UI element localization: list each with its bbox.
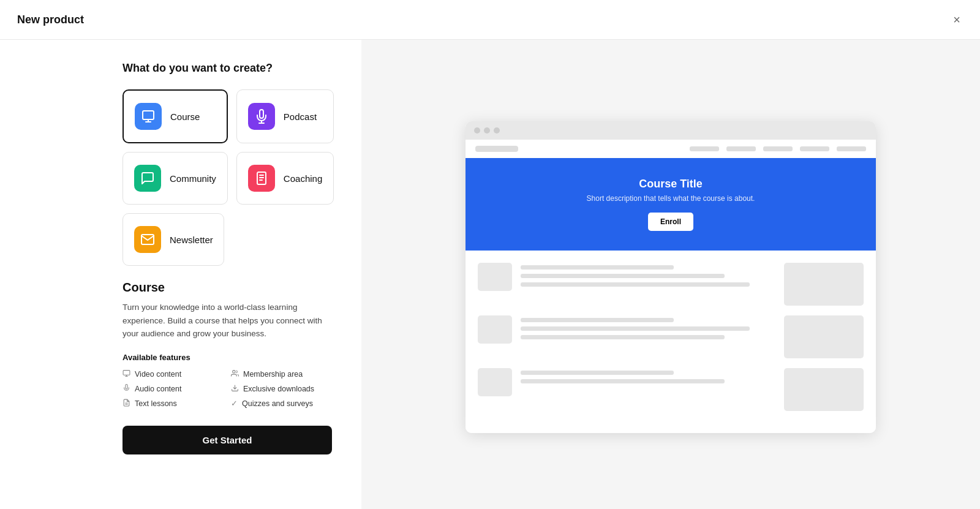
text-lessons-label: Text lessons [135, 399, 177, 408]
text-lessons-icon [123, 399, 130, 409]
newsletter-label: Newsletter [170, 235, 213, 245]
left-panel: What do you want to create? Course [0, 40, 361, 509]
browser-nav [466, 140, 876, 158]
content-row-3 [478, 368, 864, 411]
content-line [521, 282, 750, 287]
downloads-icon [231, 384, 239, 394]
browser-chrome [466, 121, 876, 140]
svg-rect-9 [123, 370, 130, 375]
hero-title: Course Title [480, 178, 861, 190]
community-icon [140, 171, 155, 186]
browser-dot-3 [494, 127, 500, 134]
content-row-2 [478, 315, 864, 358]
quizzes-icon: ✓ [231, 399, 238, 408]
podcast-icon [254, 109, 269, 124]
content-lines-1 [521, 263, 775, 291]
nav-link-1 [690, 146, 719, 151]
content-section [466, 251, 876, 433]
nav-link-5 [837, 146, 866, 151]
course-label: Course [170, 111, 200, 122]
hero-desc: Short description that tells what the co… [480, 194, 861, 203]
downloads-label: Exclusive downloads [243, 385, 314, 393]
nav-links [528, 146, 866, 151]
coaching-label: Coaching [284, 173, 322, 184]
content-line [521, 335, 725, 339]
product-grid: Course Podcast [123, 89, 332, 266]
svg-rect-0 [143, 111, 154, 119]
content-line [521, 318, 674, 322]
coaching-icon [254, 171, 269, 186]
video-content-label: Video content [135, 370, 181, 379]
nav-link-2 [726, 146, 756, 151]
product-card-podcast[interactable]: Podcast [236, 89, 334, 143]
content-card-3 [784, 368, 864, 411]
page-title: New product [17, 13, 84, 26]
content-line [521, 379, 725, 383]
quizzes-label: Quizzes and surveys [242, 399, 313, 408]
feature-quizzes: ✓ Quizzes and surveys [231, 399, 332, 409]
content-thumb-2 [478, 315, 512, 344]
feature-audio: Audio content [123, 384, 224, 394]
features-grid: Video content Membership area [123, 369, 332, 409]
content-lines-2 [521, 315, 775, 344]
browser-mockup: Course Title Short description that tell… [466, 121, 876, 433]
browser-dot-1 [474, 127, 480, 134]
community-label: Community [170, 173, 216, 184]
feature-video: Video content [123, 369, 224, 379]
hero-section: Course Title Short description that tell… [466, 158, 876, 251]
community-icon-box [134, 165, 161, 192]
audio-content-label: Audio content [135, 385, 181, 393]
nav-link-4 [800, 146, 829, 151]
hero-enroll-button[interactable]: Enroll [648, 213, 693, 231]
feature-membership: Membership area [231, 369, 332, 379]
description-section: Course Turn your knowledge into a world-… [123, 281, 332, 454]
content-thumb-1 [478, 263, 512, 291]
content-line [521, 371, 674, 375]
product-card-newsletter[interactable]: Newsletter [123, 213, 224, 266]
audio-content-icon [123, 384, 130, 394]
content-card-1 [784, 263, 864, 306]
nav-link-3 [763, 146, 793, 151]
browser-dot-2 [484, 127, 490, 134]
content-line [521, 326, 750, 331]
features-title: Available features [123, 353, 332, 362]
course-icon [141, 109, 156, 124]
content-line [521, 265, 674, 270]
svg-point-11 [233, 370, 235, 372]
main-content: What do you want to create? Course [0, 40, 980, 509]
desc-text: Turn your knowledge into a world-class l… [123, 301, 332, 341]
dialog-header: New product × [0, 0, 980, 40]
content-line [521, 274, 725, 278]
newsletter-icon-box [134, 226, 161, 253]
video-content-icon [123, 369, 130, 379]
close-button[interactable]: × [951, 11, 963, 28]
membership-icon [231, 369, 239, 379]
content-lines-3 [521, 368, 775, 388]
product-card-course[interactable]: Course [123, 89, 228, 143]
membership-label: Membership area [243, 370, 303, 379]
section-title: What do you want to create? [123, 62, 332, 75]
newsletter-icon [140, 232, 155, 247]
feature-text: Text lessons [123, 399, 224, 409]
desc-title: Course [123, 281, 332, 295]
course-icon-box [135, 103, 162, 130]
get-started-button[interactable]: Get Started [123, 426, 332, 454]
content-card-2 [784, 315, 864, 358]
content-thumb-3 [478, 368, 512, 396]
product-card-coaching[interactable]: Coaching [236, 152, 334, 205]
product-card-community[interactable]: Community [123, 152, 228, 205]
podcast-icon-box [248, 103, 275, 130]
feature-downloads: Exclusive downloads [231, 384, 332, 394]
podcast-label: Podcast [284, 111, 317, 122]
coaching-icon-box [248, 165, 275, 192]
nav-logo-placeholder [475, 146, 518, 152]
right-panel: Course Title Short description that tell… [361, 40, 980, 509]
content-row-1 [478, 263, 864, 306]
